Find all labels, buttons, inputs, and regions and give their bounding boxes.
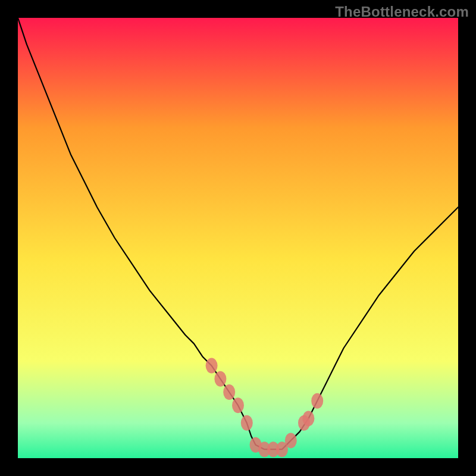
marker-dot — [214, 371, 226, 387]
marker-dot — [311, 393, 323, 409]
chart-svg — [18, 18, 458, 458]
marker-dot — [302, 411, 314, 426]
gradient-background — [18, 18, 458, 458]
chart-frame: TheBottleneck.com — [0, 0, 476, 476]
marker-dot — [285, 433, 297, 448]
marker-dot — [223, 384, 235, 400]
marker-dot — [241, 415, 253, 431]
marker-dot — [206, 358, 218, 374]
marker-dot — [232, 397, 244, 413]
plot-area — [18, 18, 458, 458]
watermark-text: TheBottleneck.com — [335, 4, 469, 20]
